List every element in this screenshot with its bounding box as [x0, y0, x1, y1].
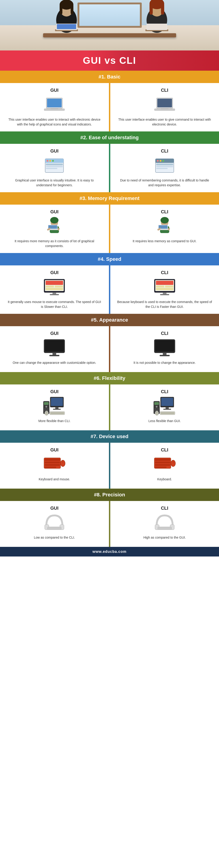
section-header-flexibility: #6. Flexibility — [0, 372, 219, 384]
cli-text-ease: Due to need of remembering commands, it … — [117, 178, 212, 188]
svg-rect-36 — [156, 168, 168, 169]
svg-rect-7 — [57, 24, 76, 29]
svg-rect-78 — [163, 353, 166, 355]
gui-icon-flexibility — [43, 397, 66, 415]
svg-rect-23 — [161, 108, 168, 109]
svg-point-30 — [49, 160, 51, 162]
cli-icon-speed — [153, 278, 176, 297]
svg-rect-69 — [156, 288, 174, 290]
svg-rect-11 — [150, 3, 153, 15]
gui-icon-appearance — [43, 339, 66, 357]
svg-line-47 — [59, 228, 59, 230]
cli-label-basic: CLI — [161, 88, 168, 93]
gui-icon-ease — [43, 156, 66, 175]
svg-rect-125 — [158, 527, 171, 530]
svg-point-38 — [160, 160, 161, 162]
svg-rect-77 — [155, 340, 174, 351]
svg-rect-98 — [154, 402, 159, 405]
gui-text-speed: It generally uses mouse to execute comma… — [7, 300, 102, 309]
gui-col-ease: GUI Graphical user interface is visually… — [0, 144, 109, 192]
svg-rect-35 — [156, 166, 173, 167]
comparison-row-basic: GUI This user interface enables user to … — [0, 83, 219, 131]
svg-point-29 — [46, 160, 49, 162]
comparison-row-appearance: GUI One can change the appearance with c… — [0, 326, 219, 372]
gui-text-flexibility: More flexible than CLI. — [38, 418, 70, 424]
svg-rect-15 — [147, 24, 166, 29]
svg-rect-66 — [156, 281, 174, 285]
gui-label-appearance: GUI — [50, 331, 59, 336]
gui-icon-memory — [43, 217, 66, 236]
person-right — [138, 0, 175, 36]
svg-rect-3 — [60, 4, 62, 14]
svg-rect-59 — [45, 286, 54, 287]
gui-icon-basic — [43, 96, 66, 114]
gui-text-appearance: One can change the appearance with custo… — [12, 360, 96, 365]
comparison-row-flexibility: GUI More flexible than CLI. — [0, 384, 219, 430]
cli-col-device: CLI Keyboard. — [110, 443, 219, 489]
gui-col-memory: GUI It requires more memory as it consis… — [0, 205, 109, 253]
gui-icon-speed — [43, 278, 66, 297]
svg-rect-94 — [161, 398, 173, 406]
cli-col-precision: CLI High as compared to the GUI. — [110, 501, 219, 547]
svg-point-31 — [52, 160, 54, 162]
cli-label-device: CLI — [161, 447, 168, 453]
svg-rect-26 — [46, 163, 63, 165]
section-device: #7. Device used GUI Keyboard and mouse. — [0, 430, 219, 489]
gui-col-appearance: GUI One can change the appearance with c… — [0, 326, 109, 372]
cli-icon-device — [153, 455, 176, 474]
section-header-speed: #4. Speed — [0, 253, 219, 266]
gui-col-basic: GUI This user interface enables user to … — [0, 83, 109, 131]
cli-text-flexibility: Less flexible than GUI. — [148, 418, 181, 424]
section-basic: #1. Basic GUI This user interface enable… — [0, 71, 219, 131]
section-flexibility: #6. Flexibility GUI More flex — [0, 372, 219, 430]
section-header-appearance: #5. Appearance — [0, 314, 219, 326]
svg-rect-28 — [46, 168, 57, 169]
gui-label-ease: GUI — [50, 148, 59, 154]
svg-rect-71 — [160, 294, 169, 295]
svg-point-39 — [162, 160, 164, 162]
svg-rect-103 — [161, 412, 174, 414]
svg-rect-82 — [55, 407, 59, 409]
cli-label-flexibility: CLI — [161, 389, 168, 394]
svg-rect-96 — [163, 409, 171, 410]
svg-rect-116 — [155, 464, 170, 466]
svg-rect-115 — [155, 462, 170, 463]
cli-icon-precision — [153, 514, 176, 532]
section-memory: #3. Memory Requirement GUI It requires m… — [0, 192, 219, 253]
svg-rect-83 — [53, 409, 61, 410]
section-speed: #4. Speed GUI It generally uses mouse to… — [0, 253, 219, 314]
svg-rect-27 — [46, 166, 63, 167]
cli-label-appearance: CLI — [161, 331, 168, 336]
cli-col-ease: CLI Due to need of remembering commands,… — [110, 144, 219, 192]
section-header-ease: #2. Ease of understating — [0, 131, 219, 144]
svg-rect-68 — [165, 286, 174, 287]
cli-label-precision: CLI — [161, 505, 168, 511]
gui-text-basic: This user interface enables user to inte… — [7, 117, 102, 127]
hero-image — [0, 0, 219, 51]
svg-point-41 — [50, 217, 59, 223]
svg-point-49 — [160, 217, 169, 223]
gui-icon-precision — [43, 514, 66, 532]
section-header-memory: #3. Memory Requirement — [0, 192, 219, 205]
cli-text-speed: Because keyboard is used to execute the … — [117, 300, 212, 309]
comparison-row-memory: GUI It requires more memory as it consis… — [0, 205, 219, 253]
gui-label-precision: GUI — [50, 505, 59, 511]
svg-rect-108 — [45, 462, 60, 463]
gui-icon-device — [43, 455, 66, 474]
gui-col-precision: GUI Low as compared to the CLI. — [0, 501, 109, 547]
svg-rect-107 — [45, 459, 60, 461]
svg-rect-88 — [44, 410, 49, 411]
svg-rect-117 — [155, 467, 166, 468]
svg-rect-61 — [45, 288, 63, 290]
gui-col-device: GUI Keyboard and mouse. — [0, 443, 109, 489]
cli-text-appearance: It is not possible to change the appeara… — [133, 360, 196, 365]
cli-icon-ease — [153, 156, 176, 175]
section-header-basic: #1. Basic — [0, 71, 219, 83]
gui-text-device: Keyboard and mouse. — [39, 477, 70, 482]
comparison-row-speed: GUI It generally uses mouse to execute c… — [0, 266, 219, 314]
cli-icon-memory — [153, 217, 176, 236]
svg-rect-95 — [165, 407, 169, 409]
svg-rect-60 — [55, 286, 63, 287]
svg-rect-63 — [50, 294, 59, 295]
cli-icon-appearance — [153, 339, 176, 357]
